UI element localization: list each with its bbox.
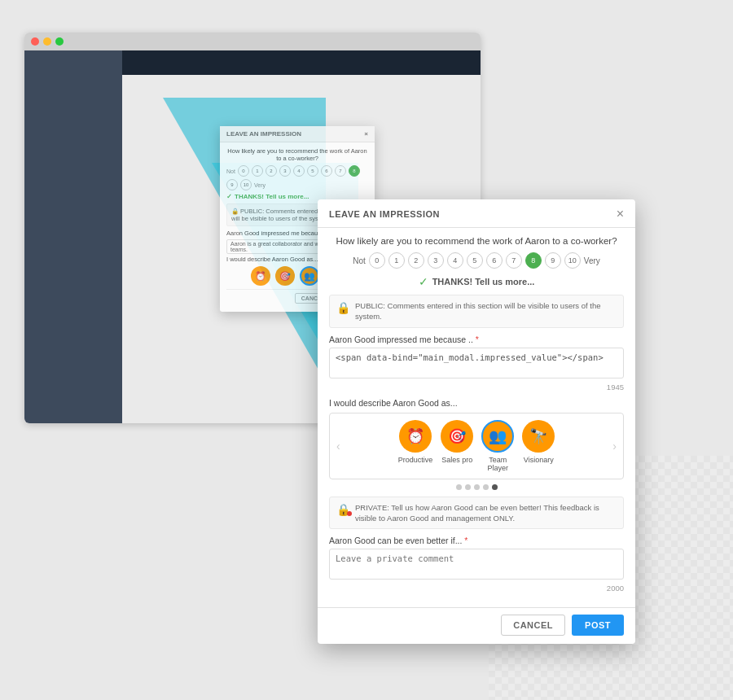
- badge-sales-label: Sales pro: [441, 456, 472, 464]
- rating-7[interactable]: 7: [506, 252, 522, 269]
- carousel-prev-arrow[interactable]: ‹: [333, 440, 344, 453]
- small-badge-team: 👥: [300, 266, 319, 286]
- small-rating-row: Not 0 1 2 3 4 5 6 7 8 9 10 Very: [226, 165, 368, 190]
- check-icon: ✓: [419, 275, 428, 288]
- very-label: Very: [584, 256, 600, 265]
- small-r1: 1: [252, 165, 263, 177]
- private-lock-icon: 🔒: [336, 503, 350, 516]
- small-r6: 6: [321, 165, 332, 177]
- maximize-dot: [55, 37, 64, 46]
- rating-6[interactable]: 6: [486, 252, 503, 269]
- rating-1[interactable]: 1: [388, 252, 405, 269]
- public-notice-text: PUBLIC: Comments entered in this section…: [355, 300, 617, 322]
- public-notice: 🔒 PUBLIC: Comments entered in this secti…: [329, 295, 624, 328]
- small-r8: 8: [349, 165, 360, 177]
- badges-row: ⏰ Productive 🎯 Sales pro 👥 TeamPlayer 🔭 …: [344, 420, 610, 472]
- small-r9: 9: [226, 179, 238, 190]
- small-r3: 3: [279, 165, 291, 177]
- small-modal-title: LEAVE AN IMPRESSION: [226, 130, 301, 138]
- better-label: Aaron Good can be even better if... *: [329, 536, 624, 545]
- badge-team-label: TeamPlayer: [488, 456, 509, 472]
- thanks-row: ✓ THANKS! Tell us more...: [329, 275, 624, 288]
- small-badge-sales: 🎯: [275, 266, 295, 286]
- carousel-next-arrow[interactable]: ›: [609, 440, 620, 453]
- rating-9[interactable]: 9: [545, 252, 561, 269]
- small-lock-icon: 🔒: [231, 208, 239, 215]
- better-char-count: 2000: [329, 584, 624, 593]
- rating-0[interactable]: 0: [369, 252, 385, 269]
- dot-3[interactable]: [474, 484, 480, 490]
- badge-visionary[interactable]: 🔭 Visionary: [522, 420, 555, 472]
- impressed-required: *: [476, 335, 479, 344]
- small-r5: 5: [307, 165, 318, 177]
- small-check-icon: ✓: [226, 193, 232, 200]
- not-label: Not: [353, 256, 366, 265]
- app-titlebar: [24, 33, 481, 50]
- rating-4[interactable]: 4: [447, 252, 463, 269]
- small-not-label: Not: [226, 168, 235, 174]
- rating-3[interactable]: 3: [428, 252, 444, 269]
- dot-4[interactable]: [483, 484, 489, 490]
- small-modal-header: LEAVE AN IMPRESSION ×: [220, 126, 375, 142]
- small-very-label: Very: [254, 182, 266, 188]
- rating-row: Not 0 1 2 3 4 5 6 7 8 9 10 Very: [329, 252, 624, 269]
- badge-visionary-icon: 🔭: [522, 420, 555, 453]
- rating-10[interactable]: 10: [564, 252, 581, 269]
- small-r4: 4: [293, 165, 305, 177]
- rating-2[interactable]: 2: [408, 252, 424, 269]
- modal-footer: CANCEL POST: [318, 607, 635, 644]
- private-notice-text: PRIVATE: Tell us how Aaron Good can be e…: [355, 502, 617, 524]
- badge-visionary-label: Visionary: [524, 456, 554, 464]
- public-lock-icon: 🔒: [336, 301, 350, 314]
- app-sidebar: [24, 50, 122, 423]
- impressed-char-count: 1945: [329, 383, 624, 392]
- small-r7: 7: [335, 165, 346, 177]
- small-modal-close: ×: [364, 130, 368, 138]
- badge-sales-icon: 🎯: [441, 420, 473, 453]
- rating-8[interactable]: 8: [525, 252, 542, 269]
- close-dot: [31, 37, 39, 46]
- badge-sales-pro[interactable]: 🎯 Sales pro: [441, 420, 473, 472]
- badge-team-icon: 👥: [481, 420, 514, 453]
- rating-5[interactable]: 5: [467, 252, 483, 269]
- thanks-text: THANKS! Tell us more...: [432, 277, 535, 287]
- small-badge-productive: ⏰: [251, 266, 270, 286]
- dot-1[interactable]: [456, 484, 462, 490]
- badge-productive-label: Productive: [398, 456, 433, 464]
- minimize-dot: [43, 37, 51, 46]
- badge-productive-icon: ⏰: [399, 420, 432, 453]
- modal-body: How likely are you to recommend the work…: [318, 228, 635, 607]
- close-button[interactable]: ×: [617, 208, 624, 221]
- dot-5[interactable]: [492, 484, 498, 490]
- main-modal: LEAVE AN IMPRESSION × How likely are you…: [318, 199, 635, 644]
- better-required: *: [464, 536, 467, 545]
- impressed-label: Aaron Good impressed me because .. *: [329, 335, 624, 344]
- small-question: How likely are you to recommend the work…: [226, 147, 368, 162]
- impressed-textarea[interactable]: <span data-bind="main_modal.impressed_va…: [329, 348, 624, 378]
- small-r0: 0: [238, 165, 249, 177]
- cancel-button[interactable]: CANCEL: [501, 615, 565, 636]
- private-lock-red-dot: [347, 511, 352, 516]
- badge-productive[interactable]: ⏰ Productive: [398, 420, 433, 472]
- better-textarea[interactable]: [329, 549, 624, 580]
- badge-team-player[interactable]: 👥 TeamPlayer: [481, 420, 514, 472]
- badge-carousel: ‹ ⏰ Productive 🎯 Sales pro 👥 TeamPlayer …: [329, 413, 624, 479]
- modal-title: LEAVE AN IMPRESSION: [329, 209, 440, 219]
- private-notice: 🔒 PRIVATE: Tell us how Aaron Good can be…: [329, 497, 624, 530]
- recommend-question: How likely are you to recommend the work…: [329, 236, 624, 246]
- modal-header: LEAVE AN IMPRESSION ×: [318, 199, 635, 228]
- small-r10: 10: [240, 179, 252, 190]
- describe-label: I would describe Aaron Good as...: [329, 398, 624, 408]
- app-header: [122, 50, 481, 75]
- small-r2: 2: [266, 165, 277, 177]
- small-thanks-text: THANKS! Tell us more...: [235, 193, 309, 200]
- carousel-dots: [329, 484, 624, 490]
- post-button[interactable]: POST: [572, 615, 624, 636]
- dot-2[interactable]: [465, 484, 471, 490]
